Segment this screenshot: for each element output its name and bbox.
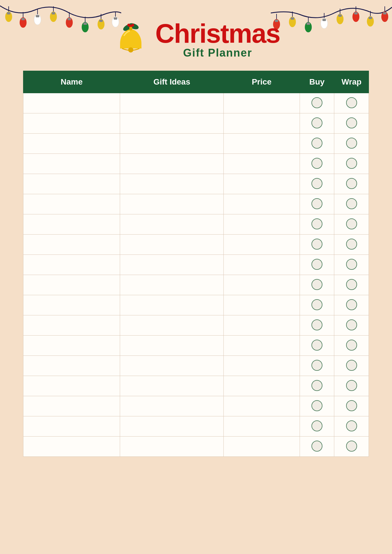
price-cell[interactable] xyxy=(224,113,300,134)
buy-checkbox-cell[interactable] xyxy=(300,235,334,255)
buy-checkbox-cell[interactable] xyxy=(300,214,334,235)
buy-checkbox-cell[interactable] xyxy=(300,437,334,457)
wrap-checkbox[interactable] xyxy=(346,178,357,189)
price-cell[interactable] xyxy=(224,295,300,315)
name-cell[interactable] xyxy=(23,154,120,174)
wrap-checkbox[interactable] xyxy=(346,239,357,250)
buy-checkbox-cell[interactable] xyxy=(300,416,334,437)
name-cell[interactable] xyxy=(23,437,120,457)
wrap-checkbox[interactable] xyxy=(346,299,357,310)
wrap-checkbox-cell[interactable] xyxy=(334,295,369,315)
buy-checkbox-cell[interactable] xyxy=(300,376,334,396)
price-cell[interactable] xyxy=(224,235,300,255)
name-cell[interactable] xyxy=(23,113,120,134)
name-cell[interactable] xyxy=(23,214,120,235)
buy-checkbox-cell[interactable] xyxy=(300,336,334,356)
wrap-checkbox-cell[interactable] xyxy=(334,376,369,396)
buy-checkbox-cell[interactable] xyxy=(300,356,334,376)
gift-ideas-cell[interactable] xyxy=(120,134,224,154)
wrap-checkbox[interactable] xyxy=(346,198,357,209)
gift-ideas-cell[interactable] xyxy=(120,295,224,315)
gift-ideas-cell[interactable] xyxy=(120,93,224,113)
buy-checkbox[interactable] xyxy=(311,218,322,229)
buy-checkbox[interactable] xyxy=(311,138,322,149)
gift-ideas-cell[interactable] xyxy=(120,255,224,275)
price-cell[interactable] xyxy=(224,376,300,396)
name-cell[interactable] xyxy=(23,174,120,194)
name-cell[interactable] xyxy=(23,134,120,154)
buy-checkbox-cell[interactable] xyxy=(300,154,334,174)
buy-checkbox[interactable] xyxy=(311,239,322,250)
name-cell[interactable] xyxy=(23,315,120,336)
buy-checkbox[interactable] xyxy=(311,420,322,431)
price-cell[interactable] xyxy=(224,275,300,295)
price-cell[interactable] xyxy=(224,416,300,437)
buy-checkbox-cell[interactable] xyxy=(300,174,334,194)
wrap-checkbox[interactable] xyxy=(346,380,357,391)
price-cell[interactable] xyxy=(224,396,300,416)
wrap-checkbox[interactable] xyxy=(346,420,357,431)
wrap-checkbox[interactable] xyxy=(346,340,357,351)
wrap-checkbox-cell[interactable] xyxy=(334,235,369,255)
name-cell[interactable] xyxy=(23,396,120,416)
wrap-checkbox-cell[interactable] xyxy=(334,416,369,437)
wrap-checkbox[interactable] xyxy=(346,400,357,411)
name-cell[interactable] xyxy=(23,416,120,437)
buy-checkbox-cell[interactable] xyxy=(300,93,334,113)
name-cell[interactable] xyxy=(23,376,120,396)
buy-checkbox[interactable] xyxy=(311,178,322,189)
name-cell[interactable] xyxy=(23,194,120,214)
buy-checkbox[interactable] xyxy=(311,400,322,411)
price-cell[interactable] xyxy=(224,93,300,113)
price-cell[interactable] xyxy=(224,174,300,194)
name-cell[interactable] xyxy=(23,235,120,255)
buy-checkbox-cell[interactable] xyxy=(300,315,334,336)
buy-checkbox-cell[interactable] xyxy=(300,113,334,134)
gift-ideas-cell[interactable] xyxy=(120,416,224,437)
wrap-checkbox-cell[interactable] xyxy=(334,174,369,194)
wrap-checkbox[interactable] xyxy=(346,360,357,371)
gift-ideas-cell[interactable] xyxy=(120,396,224,416)
wrap-checkbox-cell[interactable] xyxy=(334,336,369,356)
gift-ideas-cell[interactable] xyxy=(120,214,224,235)
buy-checkbox[interactable] xyxy=(311,299,322,310)
wrap-checkbox-cell[interactable] xyxy=(334,255,369,275)
gift-ideas-cell[interactable] xyxy=(120,174,224,194)
buy-checkbox-cell[interactable] xyxy=(300,275,334,295)
gift-ideas-cell[interactable] xyxy=(120,194,224,214)
gift-ideas-cell[interactable] xyxy=(120,336,224,356)
buy-checkbox-cell[interactable] xyxy=(300,134,334,154)
wrap-checkbox-cell[interactable] xyxy=(334,194,369,214)
buy-checkbox[interactable] xyxy=(311,259,322,270)
price-cell[interactable] xyxy=(224,194,300,214)
name-cell[interactable] xyxy=(23,295,120,315)
wrap-checkbox[interactable] xyxy=(346,97,357,108)
price-cell[interactable] xyxy=(224,356,300,376)
wrap-checkbox[interactable] xyxy=(346,441,357,452)
buy-checkbox[interactable] xyxy=(311,380,322,391)
wrap-checkbox[interactable] xyxy=(346,319,357,330)
price-cell[interactable] xyxy=(224,134,300,154)
name-cell[interactable] xyxy=(23,255,120,275)
gift-ideas-cell[interactable] xyxy=(120,356,224,376)
buy-checkbox-cell[interactable] xyxy=(300,295,334,315)
buy-checkbox[interactable] xyxy=(311,441,322,452)
buy-checkbox[interactable] xyxy=(311,279,322,290)
wrap-checkbox[interactable] xyxy=(346,279,357,290)
gift-ideas-cell[interactable] xyxy=(120,154,224,174)
buy-checkbox[interactable] xyxy=(311,117,322,128)
wrap-checkbox-cell[interactable] xyxy=(334,396,369,416)
wrap-checkbox-cell[interactable] xyxy=(334,154,369,174)
wrap-checkbox-cell[interactable] xyxy=(334,93,369,113)
name-cell[interactable] xyxy=(23,356,120,376)
buy-checkbox[interactable] xyxy=(311,198,322,209)
wrap-checkbox[interactable] xyxy=(346,218,357,229)
wrap-checkbox-cell[interactable] xyxy=(334,356,369,376)
price-cell[interactable] xyxy=(224,336,300,356)
buy-checkbox[interactable] xyxy=(311,97,322,108)
gift-ideas-cell[interactable] xyxy=(120,113,224,134)
wrap-checkbox-cell[interactable] xyxy=(334,437,369,457)
buy-checkbox[interactable] xyxy=(311,340,322,351)
name-cell[interactable] xyxy=(23,275,120,295)
price-cell[interactable] xyxy=(224,255,300,275)
